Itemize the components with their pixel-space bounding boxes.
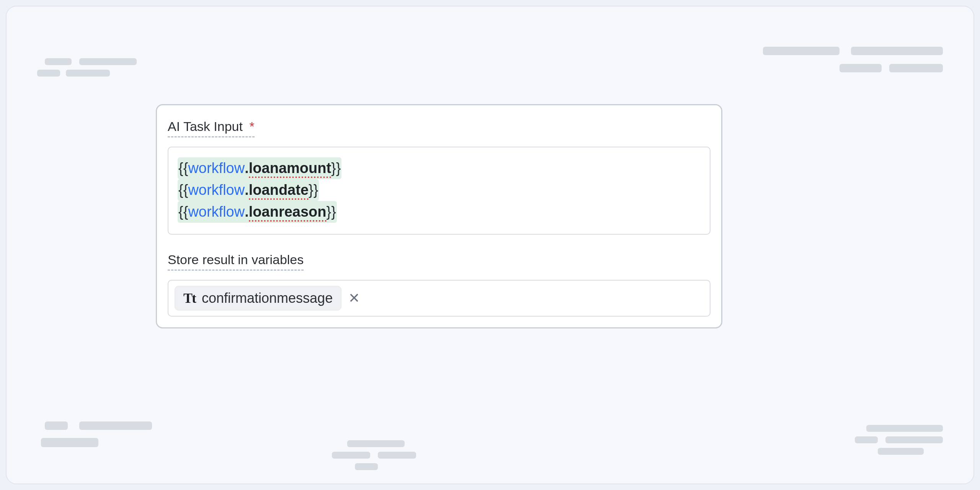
token-name: loandate [249, 182, 309, 200]
template-line: {{workflow.loanamount}} [178, 157, 701, 179]
skeleton [885, 436, 943, 443]
skeleton [45, 421, 68, 430]
close-icon: ✕ [348, 290, 360, 306]
token-name: loanreason [249, 204, 327, 222]
skeleton [41, 438, 98, 447]
brace-open: {{ [178, 204, 188, 220]
skeleton [79, 58, 137, 65]
token-name: loanamount [249, 160, 331, 178]
required-indicator: * [249, 119, 254, 134]
token-dot: . [245, 182, 249, 198]
skeleton [79, 421, 152, 430]
ai-task-input-label-row: AI Task Input * [168, 119, 710, 147]
skeleton [878, 448, 924, 455]
text-type-icon: Tt [183, 290, 196, 306]
brace-open: {{ [178, 182, 188, 198]
skeleton [37, 70, 60, 77]
app-frame: AI Task Input * {{workflow.loanamount}} … [6, 6, 974, 484]
brace-open: {{ [178, 160, 188, 176]
store-result-label-row: Store result in variables [168, 252, 710, 280]
token-dot: . [245, 204, 249, 220]
skeleton [763, 47, 840, 55]
token-namespace: workflow [188, 204, 245, 220]
template-line: {{workflow.loandate}} [178, 179, 701, 201]
brace-close: }} [309, 182, 318, 198]
brace-close: }} [327, 204, 336, 220]
skeleton [889, 64, 943, 72]
store-result-field[interactable]: Tt confirmationmessage ✕ [168, 280, 710, 317]
skeleton [347, 440, 405, 447]
template-token[interactable]: {{workflow.loanreason}} [178, 201, 337, 223]
variable-name: confirmationmessage [202, 290, 333, 306]
skeleton [378, 452, 416, 459]
label-text: AI Task Input [168, 119, 243, 134]
skeleton [851, 47, 943, 55]
skeleton [66, 70, 110, 77]
token-namespace: workflow [188, 182, 245, 198]
skeleton [45, 58, 72, 65]
skeleton [866, 425, 943, 432]
template-token[interactable]: {{workflow.loanamount}} [178, 157, 341, 179]
store-result-label: Store result in variables [168, 252, 304, 271]
ai-task-input-label: AI Task Input * [168, 119, 255, 137]
brace-close: }} [331, 160, 341, 176]
token-dot: . [245, 160, 249, 176]
remove-variable-button[interactable]: ✕ [348, 291, 360, 305]
ai-task-card: AI Task Input * {{workflow.loanamount}} … [156, 104, 722, 328]
token-namespace: workflow [188, 160, 245, 176]
template-token[interactable]: {{workflow.loandate}} [178, 179, 319, 201]
skeleton [355, 463, 378, 470]
skeleton [840, 64, 882, 72]
template-line: {{workflow.loanreason}} [178, 201, 701, 223]
variable-chip[interactable]: Tt confirmationmessage [175, 286, 341, 310]
skeleton [855, 436, 878, 443]
skeleton [332, 452, 370, 459]
ai-task-input-field[interactable]: {{workflow.loanamount}} {{workflow.loand… [168, 147, 710, 235]
